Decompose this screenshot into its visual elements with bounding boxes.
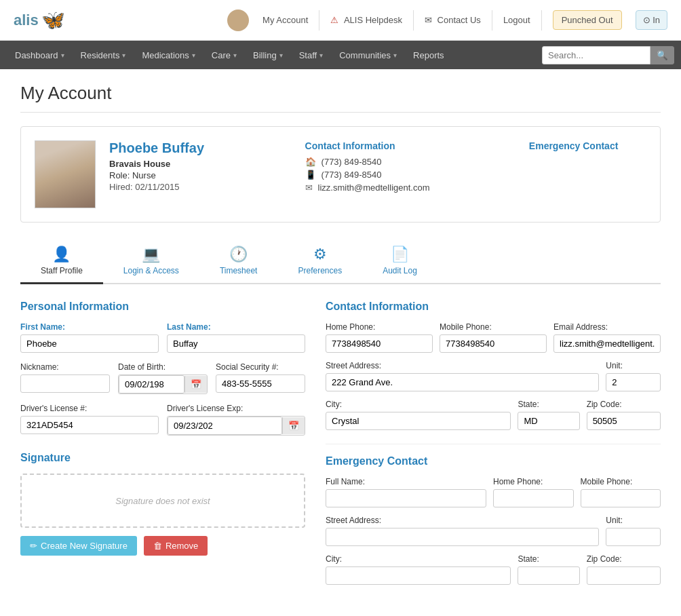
tab-staff-profile[interactable]: 👤 Staff Profile <box>20 239 103 284</box>
tab-audit-log[interactable]: 📄 Audit Log <box>362 239 437 284</box>
nav-reports[interactable]: Reports <box>405 41 452 69</box>
city-label: City: <box>326 400 511 409</box>
tab-staff-profile-label: Staff Profile <box>41 266 83 275</box>
signature-box: Signature does not exist <box>20 474 305 528</box>
billing-arrow: ▾ <box>279 52 283 59</box>
divider3 <box>492 10 492 31</box>
emergency-city-state-zip-row: City: State: Zip Code: <box>326 554 661 585</box>
punched-out-button[interactable]: Punched Out <box>553 10 622 30</box>
nav-care[interactable]: Care ▾ <box>203 41 245 69</box>
dl-exp-input[interactable] <box>168 417 282 435</box>
dob-input-wrapper: 📅 <box>118 374 208 394</box>
dob-input[interactable] <box>119 375 184 393</box>
phone-email-row: Home Phone: Mobile Phone: Email Address: <box>326 322 661 353</box>
emergency-state-label: State: <box>518 554 579 564</box>
signature-section: Signature Signature does not exist ✏ Cre… <box>20 452 305 556</box>
emergency-state-input[interactable] <box>518 566 579 585</box>
street-input[interactable] <box>326 373 599 391</box>
nav-medications[interactable]: Medications ▾ <box>134 41 203 69</box>
state-input[interactable] <box>518 412 579 430</box>
signature-title: Signature <box>20 452 305 464</box>
tab-timesheet[interactable]: 🕐 Timesheet <box>199 239 278 284</box>
search-button[interactable]: 🔍 <box>650 46 674 64</box>
emergency-contact-link[interactable]: Emergency Contact <box>501 140 646 151</box>
logout-link[interactable]: Logout <box>503 15 530 25</box>
emergency-state-group: State: <box>518 554 579 585</box>
emergency-city-input[interactable] <box>326 566 511 585</box>
in-label: In <box>653 15 660 25</box>
email-group: Email Address: <box>553 322 661 353</box>
emergency-zip-input[interactable] <box>587 566 661 585</box>
state-label: State: <box>518 400 579 409</box>
emergency-unit-input[interactable] <box>606 528 661 546</box>
dl-exp-label: Driver's License Exp: <box>167 404 305 413</box>
remove-signature-button[interactable]: 🗑 Remove <box>144 536 208 556</box>
contact-icon: ✉ <box>425 15 432 25</box>
page-content: My Account Phoebe Buffay Bravais House R… <box>0 69 681 616</box>
dl-group: Driver's License #: <box>20 404 159 436</box>
profile-org: Bravais House <box>109 159 292 169</box>
top-bar-links: My Account ⚠ ALIS Helpdesk ✉ Contact Us … <box>227 9 667 31</box>
home-phone-input[interactable] <box>326 334 433 353</box>
emergency-street-group: Street Address: <box>326 516 599 546</box>
unit-group: Unit: <box>606 361 661 391</box>
helpdesk-link[interactable]: ⚠ ALIS Helpdesk <box>330 15 402 25</box>
profile-image <box>35 140 95 208</box>
nav-billing[interactable]: Billing ▾ <box>245 41 291 69</box>
home-phone-group: Home Phone: <box>326 322 433 353</box>
emergency-mobile-phone-label: Mobile Phone: <box>581 477 661 486</box>
nav-staff[interactable]: Staff ▾ <box>291 41 332 69</box>
emergency-mobile-phone-group: Mobile Phone: <box>581 477 661 507</box>
dl-exp-calendar-icon[interactable]: 📅 <box>282 417 305 434</box>
logo: alis 🦋 <box>14 9 65 31</box>
dob-calendar-icon[interactable]: 📅 <box>184 376 207 393</box>
emergency-home-phone-group: Home Phone: <box>493 477 574 507</box>
search-input[interactable] <box>542 46 650 64</box>
city-input[interactable] <box>326 412 511 430</box>
last-name-input[interactable] <box>167 334 305 353</box>
emergency-zip-group: Zip Code: <box>587 554 661 585</box>
staff-arrow: ▾ <box>319 52 323 59</box>
mobile-phone-group: Mobile Phone: <box>440 322 547 353</box>
emergency-street-input[interactable] <box>326 528 599 546</box>
zip-input[interactable] <box>587 412 661 430</box>
emergency-full-name-input[interactable] <box>326 489 486 507</box>
personal-info-title: Personal Information <box>20 301 305 313</box>
license-row: Driver's License #: Driver's License Exp… <box>20 404 305 436</box>
punched-out-label: Punched Out <box>562 15 613 25</box>
nav-communities[interactable]: Communities ▾ <box>331 41 405 69</box>
emergency-mobile-phone-input[interactable] <box>581 489 661 507</box>
tab-audit-log-label: Audit Log <box>383 266 417 275</box>
create-sig-label: Create New Signature <box>41 541 128 551</box>
ssn-label: Social Security #: <box>216 362 305 372</box>
residents-arrow: ▾ <box>122 52 125 59</box>
in-button[interactable]: ⊙ In <box>636 10 667 30</box>
my-account-link[interactable]: My Account <box>262 15 308 25</box>
dl-input[interactable] <box>20 416 159 434</box>
remove-label: Remove <box>166 541 198 551</box>
profile-hired: Hired: 02/11/2015 <box>109 182 292 192</box>
nav-dashboard[interactable]: Dashboard ▾ <box>7 41 73 69</box>
profile-info: Phoebe Buffay Bravais House Role: Nurse … <box>109 140 292 192</box>
nav-residents[interactable]: Residents ▾ <box>73 41 134 69</box>
unit-input[interactable] <box>606 373 661 391</box>
mobile-phone-label: Mobile Phone: <box>440 322 547 332</box>
emergency-home-phone-input[interactable] <box>493 489 574 507</box>
profile-photo <box>35 140 96 208</box>
first-name-input[interactable] <box>20 334 159 353</box>
helpdesk-icon: ⚠ <box>330 15 338 25</box>
create-signature-button[interactable]: ✏ Create New Signature <box>20 536 137 556</box>
profile-name: Phoebe Buffay <box>109 140 292 156</box>
helpdesk-label: ALIS Helpdesk <box>344 15 402 25</box>
email-input[interactable] <box>553 334 661 353</box>
ssn-input[interactable] <box>216 374 305 393</box>
mobile-phone-input[interactable] <box>440 334 547 353</box>
create-sig-icon: ✏ <box>30 541 37 551</box>
contact-link[interactable]: ✉ Contact Us <box>425 15 481 25</box>
tab-login-access[interactable]: 💻 Login & Access <box>103 239 199 284</box>
emergency-full-name-label: Full Name: <box>326 477 486 486</box>
login-access-icon: 💻 <box>142 246 160 263</box>
first-name-group: First Name: <box>20 322 159 353</box>
nickname-input[interactable] <box>20 374 110 393</box>
tab-preferences[interactable]: ⚙ Preferences <box>277 239 362 284</box>
